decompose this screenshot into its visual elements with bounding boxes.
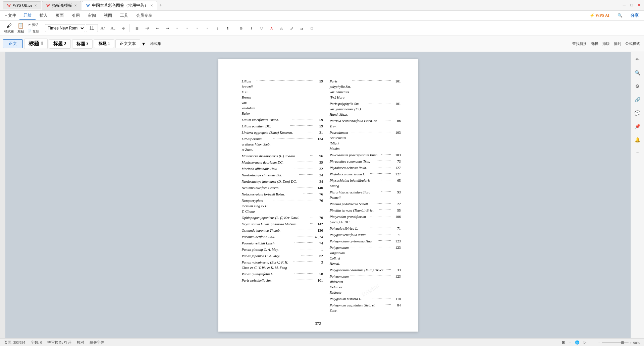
list-item: Notopterygium forbesii Boisn.·········76 <box>242 192 323 197</box>
show-para-button[interactable]: ¶ <box>223 26 232 31</box>
list-item: Polygonatum kingianum Coll. et Hemal.···… <box>330 245 401 267</box>
list-item: Polygala sibirica L.···················7… <box>330 226 401 231</box>
decrease-font-button[interactable]: A↓ <box>109 25 118 32</box>
add-tab-button[interactable]: + <box>158 3 163 8</box>
view-outline-icon[interactable]: ≡ <box>569 341 571 345</box>
side-tool-2[interactable]: 🔍 <box>633 68 642 77</box>
tab-tools[interactable]: 工具 <box>116 11 132 20</box>
superscript-button[interactable]: x² <box>287 26 297 31</box>
zoom-thumb <box>621 341 624 344</box>
side-tool-3[interactable]: ⚙ <box>633 81 642 91</box>
side-tool-7[interactable]: 🔔 <box>633 135 642 145</box>
increase-font-button[interactable]: A↑ <box>99 25 108 32</box>
list-item: Platycodon grandiflorum (Jacq.) A. DC.··… <box>330 214 401 225</box>
tab-wps-office[interactable]: W WPS Office ✕ <box>3 1 41 9</box>
paste-button[interactable]: 📋 粘贴 <box>16 22 25 35</box>
bold-button[interactable]: B <box>237 26 246 31</box>
line-spacing-button[interactable]: ↕ <box>213 26 222 31</box>
view-full-icon[interactable]: ⛶ <box>590 341 594 345</box>
style-body-text[interactable]: 正文文本 <box>115 39 140 48</box>
cut-button[interactable]: ✂ 剪切 <box>26 22 41 28</box>
view-normal-icon[interactable]: ⊞ <box>562 340 565 345</box>
search-button[interactable]: 🔍 <box>613 12 627 19</box>
align-right-button[interactable]: ≡ <box>193 26 202 31</box>
clear-format-button[interactable]: ⊘ <box>119 26 128 31</box>
align-button[interactable]: 校对 <box>77 340 84 345</box>
missing-font[interactable]: 缺失字体 <box>90 340 104 345</box>
bullets-button[interactable]: ☰ <box>132 26 142 31</box>
formula-button[interactable]: 公式模式 <box>624 41 641 47</box>
style-heading2[interactable]: 标题 2 <box>49 39 71 49</box>
side-tool-1[interactable]: ✏ <box>633 55 642 64</box>
zoom-control[interactable]: − + 90% <box>598 341 640 345</box>
italic-button[interactable]: I <box>247 26 256 31</box>
list-item: Nardostachys jatamansi (D. Don) DC.···34 <box>242 179 323 184</box>
list-item: Lithospermum erythrorrhizon Sieb. et Zuc… <box>242 136 323 153</box>
tab-page[interactable]: 页面 <box>52 11 68 20</box>
clipboard-group: 🖌 格式刷 📋 粘贴 ✂ 剪切 📄 复制 <box>1 22 42 35</box>
numbering-button[interactable]: ≡# <box>143 26 152 31</box>
spell-check[interactable]: 拼写检查: 打开 <box>47 340 71 345</box>
share-button[interactable]: 分享 <box>627 11 643 20</box>
indent-increase-button[interactable]: ⇥ <box>163 26 172 31</box>
tab-template[interactable]: W 拓板壳模板 ✕ <box>42 1 81 10</box>
file-menu[interactable]: ≡ 文件 <box>1 11 19 20</box>
tab-reference[interactable]: 引用 <box>68 11 84 20</box>
indent-decrease-button[interactable]: ⇤ <box>153 26 162 31</box>
tab-start[interactable]: 开始 <box>19 11 36 20</box>
align-center-button[interactable]: ≡ <box>183 26 192 31</box>
close-button[interactable]: ✕ <box>637 3 641 8</box>
side-tool-4[interactable]: 🔗 <box>633 95 642 104</box>
minimize-button[interactable]: ─ <box>622 3 627 8</box>
style-normal[interactable]: 正文 <box>3 39 23 48</box>
border-button[interactable]: □ <box>307 26 317 31</box>
styles-expand-icon[interactable]: ▾ <box>142 41 145 47</box>
document-area[interactable]: Lilium brownii F. E. Brown var. vilidulu… <box>5 52 631 338</box>
side-tool-5[interactable]: 💬 <box>633 108 642 118</box>
style-heading3[interactable]: 标题 3 <box>72 39 93 49</box>
select-button[interactable]: 选择 <box>590 41 600 47</box>
subscript-button[interactable]: x₂ <box>297 26 307 31</box>
side-tool-more[interactable]: ··· <box>633 149 642 158</box>
right-toolbar: ✏ 🔍 ⚙ 🔗 💬 📌 🔔 ··· <box>631 52 644 338</box>
font-size-input[interactable] <box>86 24 98 32</box>
wps-ai-button[interactable]: ⚡ WPS AI <box>586 12 613 19</box>
list-item: Paris polyphylla Sm. var. yunnanensis (F… <box>330 101 401 117</box>
tab-document[interactable]: W 中国本草彩色图鉴（常用中药） ✕ <box>82 1 157 10</box>
find-replace-button[interactable]: 查找替换 <box>571 41 588 47</box>
underline-button[interactable]: U <box>257 26 266 31</box>
list-item: Lilium pumilum DC.·····················5… <box>242 124 323 129</box>
word-icon: W <box>86 3 90 7</box>
side-tool-6[interactable]: 📌 <box>633 122 642 131</box>
zoom-out-icon[interactable]: − <box>598 341 600 345</box>
font-group: Times New Roma A↑ A↓ ⊘ <box>44 24 130 32</box>
document-page: Lilium brownii F. E. Brown var. vilidulu… <box>218 59 418 332</box>
view-read-icon[interactable]: ▷ <box>584 340 586 345</box>
svg-text:防伪水印: 防伪水印 <box>361 284 380 297</box>
format-style-button[interactable]: 样式集 <box>149 41 163 47</box>
view-web-icon[interactable]: 🌐 <box>575 340 580 345</box>
align-left-button[interactable]: ≡ <box>173 26 182 31</box>
copy-button[interactable]: 📄 复制 <box>26 28 41 35</box>
tab-insert[interactable]: 插入 <box>36 11 52 20</box>
arrange-button[interactable]: 排列 <box>612 41 623 47</box>
tab-close-template-icon[interactable]: ✕ <box>74 4 77 7</box>
tab-view[interactable]: 视图 <box>100 11 116 20</box>
tab-label: WPS Office <box>13 3 32 8</box>
tab-close-doc-icon[interactable]: ✕ <box>150 4 153 7</box>
style-heading4[interactable]: 标题 4 <box>94 39 114 48</box>
zoom-slider[interactable] <box>602 342 629 343</box>
zoom-in-icon[interactable]: + <box>630 341 632 345</box>
font-color-button[interactable]: A <box>267 26 276 31</box>
maximize-button[interactable]: □ <box>629 3 634 8</box>
tab-close-icon[interactable]: ✕ <box>34 4 37 7</box>
tab-review[interactable]: 审阅 <box>84 11 100 20</box>
format-painter-button[interactable]: 🖌 格式刷 <box>3 22 15 35</box>
tab-member[interactable]: 会员专享 <box>132 11 156 20</box>
highlight-button[interactable]: ab <box>277 26 286 31</box>
list-item: Paris polyphylla Sm.················101 <box>242 278 323 283</box>
style-heading1[interactable]: 标题 1 <box>24 39 48 49</box>
layout-button[interactable]: 排版 <box>601 41 611 47</box>
align-justify-button[interactable]: ≡ <box>203 26 212 31</box>
font-name-select[interactable]: Times New Roma <box>45 24 85 32</box>
